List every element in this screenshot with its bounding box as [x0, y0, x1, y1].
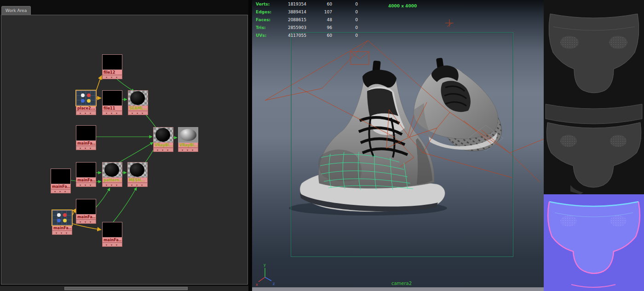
node-label: mainFa... — [76, 215, 96, 220]
axis-z-label: z — [273, 282, 275, 286]
hud-row-edges: Edges: 3889414 107 0 — [256, 8, 358, 16]
axis-x-label: x — [256, 283, 258, 287]
hud-value: 0 — [332, 24, 358, 32]
node-swatch place2d-icon — [76, 90, 96, 106]
node-mainfabric-file-3[interactable]: mainFa... ▾ ▾ ▾ — [76, 162, 96, 187]
node-ports: ▾ ▾ ▾ — [128, 111, 148, 115]
node-pattern-texture[interactable]: pattern... ▾ ▾ ▾ — [102, 162, 122, 187]
node-swatch — [76, 199, 96, 215]
node-swatch place2d-icon — [52, 210, 72, 226]
heads-up-display: Verts: 1819354 60 0 Edges: 3889414 107 0… — [256, 0, 358, 40]
uv-texture-image — [544, 0, 644, 194]
node-ports: ▾ ▾ ▾ — [102, 111, 122, 115]
hud-row-tris: Tris: 2855903 96 0 — [256, 24, 358, 32]
node-label: mainFa... — [76, 141, 96, 146]
node-swatch — [102, 222, 122, 238]
node-swatch — [76, 125, 96, 141]
hud-label: Verts: — [256, 0, 277, 8]
hud-row-faces: Faces: 2088615 48 0 — [256, 16, 358, 24]
node-place2dtexture[interactable]: place2... ▾ ▾ ▾ — [76, 90, 96, 115]
hud-row-uvs: UVs: 4117055 60 0 — [256, 32, 358, 40]
node-swatch shading-group-icon — [178, 127, 198, 143]
horizontal-scrollbar-track[interactable] — [0, 286, 251, 291]
camera-name-label: camera2 — [291, 281, 512, 286]
node-swatch — [153, 127, 173, 143]
uv-shell-bottom — [546, 104, 642, 194]
node-swatch — [102, 90, 122, 106]
node-shading-group[interactable]: VRayBl... ▾ ▾ ▾ — [178, 127, 198, 152]
horizontal-scrollbar-handle[interactable] — [64, 287, 188, 290]
node-file11[interactable]: file11 ▾ ▾ ▾ — [102, 90, 122, 115]
hud-value: 48 — [306, 16, 332, 24]
node-mainfabric-file-2[interactable]: mainFa... ▾ ▾ ▾ — [51, 169, 71, 193]
hud-value: 0 — [332, 0, 358, 8]
hud-value: 2855903 — [277, 24, 306, 32]
node-label: SEAML... — [128, 106, 148, 111]
node-connections — [0, 0, 251, 291]
node-mesh-texture[interactable]: MESH... ▾ ▾ ▾ — [127, 162, 148, 187]
hud-value: 60 — [306, 32, 332, 40]
normal-map-image — [544, 194, 644, 291]
node-ports: ▾ ▾ ▾ — [76, 146, 96, 150]
uv-texture-panel[interactable] — [544, 0, 644, 194]
node-label: mainFa... — [76, 178, 96, 183]
hud-label: UVs: — [256, 32, 277, 40]
node-ports: ▾ ▾ ▾ — [76, 220, 96, 224]
hud-value: 107 — [306, 8, 332, 16]
node-vray-blend-material[interactable]: VRayBl... ▾ ▾ ▾ — [153, 127, 173, 152]
node-ports: ▾ ▾ ▾ — [52, 231, 72, 235]
node-label: MESH... — [127, 178, 148, 183]
node-swatch — [102, 54, 122, 70]
hud-label: Faces: — [256, 16, 277, 24]
node-swatch — [51, 169, 71, 184]
node-label: pattern... — [102, 178, 122, 183]
node-label: file11 — [102, 106, 122, 111]
node-swatch — [128, 90, 148, 106]
node-ports: ▾ ▾ ▾ — [127, 183, 148, 187]
node-label: mainFa... — [51, 184, 71, 189]
hud-value: 3889414 — [277, 8, 306, 16]
node-mainfabric-file[interactable]: mainFa... ▾ ▾ ▾ — [76, 125, 96, 150]
node-label: VRayBl... — [178, 143, 198, 148]
hud-value: 0 — [332, 8, 358, 16]
resolution-gate — [291, 32, 513, 257]
node-ports: ▾ ▾ ▾ — [102, 183, 122, 187]
node-seamless-texture[interactable]: SEAML... ▾ ▾ ▾ — [128, 90, 148, 115]
axis-y-label: y — [264, 263, 266, 267]
node-ports: ▾ ▾ ▾ — [76, 111, 96, 115]
hud-value: 0 — [332, 16, 358, 24]
view-axis-icon: y x z — [255, 261, 277, 287]
node-label: file12 — [102, 70, 122, 75]
node-swatch — [102, 162, 122, 178]
perspective-viewport[interactable]: Verts: 1819354 60 0 Edges: 3889414 107 0… — [252, 0, 544, 287]
hud-value: 4117055 — [277, 32, 306, 40]
node-file12[interactable]: file12 ▾ ▾ ▾ — [102, 54, 122, 79]
node-swatch — [76, 162, 96, 178]
node-label: VRayBl... — [153, 143, 173, 148]
node-mainfabric-place2d[interactable]: mainFa... ▾ ▾ ▾ — [52, 210, 72, 235]
uv-shell-top — [549, 14, 639, 93]
hud-label: Tris: — [256, 24, 277, 32]
hud-value: 0 — [332, 32, 358, 40]
node-mainfabric-file-4[interactable]: mainFa... ▾ ▾ ▾ — [76, 199, 96, 224]
node-label: place2... — [76, 106, 96, 111]
hud-label: Edges: — [256, 8, 277, 16]
hud-value: 60 — [306, 0, 332, 8]
node-ports: ▾ ▾ ▾ — [178, 148, 198, 152]
hud-row-verts: Verts: 1819354 60 0 — [256, 0, 358, 8]
node-label: mainFa... — [52, 226, 72, 231]
normal-map-panel[interactable] — [544, 194, 644, 291]
hud-value: 96 — [306, 24, 332, 32]
node-ports: ▾ ▾ ▾ — [153, 148, 173, 152]
node-ports: ▾ ▾ ▾ — [102, 243, 122, 247]
hud-value: 1819354 — [277, 0, 306, 8]
viewport-bottom-bar — [252, 287, 544, 291]
node-mainfabric-file-5[interactable]: mainFa... ▾ ▾ ▾ — [102, 222, 122, 247]
node-ports: ▾ ▾ ▾ — [102, 75, 122, 79]
hypershade-work-area-panel[interactable]: Work Area — [0, 0, 251, 291]
render-resolution-label: 4000 x 4000 — [388, 4, 417, 8]
node-swatch — [127, 162, 148, 178]
hud-value: 2088615 — [277, 16, 306, 24]
node-label: mainFa... — [102, 238, 122, 243]
node-ports: ▾ ▾ ▾ — [51, 189, 71, 193]
